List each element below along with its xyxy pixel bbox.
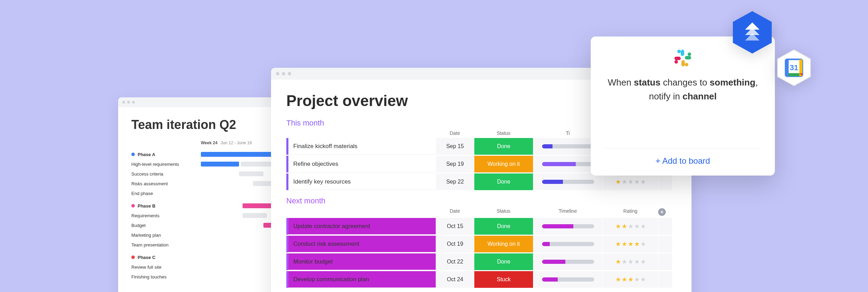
status-cell[interactable]: Done	[474, 138, 533, 155]
timeline-cell[interactable]	[533, 253, 603, 270]
task-name-cell[interactable]: Conduct risk assessment	[286, 236, 436, 252]
window-control-min[interactable]	[282, 72, 285, 75]
task-name-cell[interactable]: Identify key resources	[286, 173, 436, 190]
progress-bar[interactable]	[542, 224, 594, 228]
gantt-bar[interactable]	[253, 181, 274, 186]
star-icon[interactable]: ★	[622, 258, 627, 266]
col-header-timeline[interactable]: Timeline	[533, 208, 603, 216]
col-header-date[interactable]: Date	[436, 130, 474, 136]
star-icon[interactable]: ★	[640, 222, 646, 230]
col-header-status[interactable]: Status	[474, 208, 533, 216]
star-icon[interactable]: ★	[634, 276, 640, 283]
gantt-task-label[interactable]: Requirements	[131, 213, 201, 218]
window-control-close[interactable]	[122, 101, 125, 104]
gantt-task-label[interactable]: Success criteria	[131, 171, 201, 177]
rating-cell[interactable]: ★★★★★	[603, 173, 658, 190]
star-icon[interactable]: ★	[615, 222, 621, 230]
progress-bar[interactable]	[542, 144, 594, 148]
star-icon[interactable]: ★	[622, 276, 627, 283]
status-cell[interactable]: Working on it	[474, 156, 533, 172]
star-icon[interactable]: ★	[615, 240, 621, 248]
progress-bar[interactable]	[542, 162, 594, 166]
automation-target[interactable]: channel	[682, 91, 716, 102]
google-calendar-integration-badge[interactable]: 31	[775, 49, 813, 87]
table-row[interactable]: Monitor budgetOct 22Done★★★★★	[286, 253, 676, 270]
date-cell[interactable]: Oct 19	[436, 236, 474, 252]
phase-a-header[interactable]: Phase A	[131, 152, 201, 157]
progress-bar[interactable]	[542, 180, 594, 184]
status-cell[interactable]: Done	[474, 218, 533, 235]
star-icon[interactable]: ★	[628, 178, 633, 186]
star-icon[interactable]: ★	[634, 178, 640, 186]
automation-condition[interactable]: something	[710, 77, 755, 88]
status-cell[interactable]: Done	[474, 253, 533, 270]
star-icon[interactable]: ★	[640, 240, 646, 248]
gantt-task-label[interactable]: Finishing touches	[131, 274, 201, 279]
automation-trigger[interactable]: status	[634, 77, 661, 88]
window-control-min[interactable]	[127, 101, 130, 104]
task-name-cell[interactable]: Develop communication plan	[286, 271, 436, 288]
date-cell[interactable]: Oct 22	[436, 253, 474, 270]
phase-b-header[interactable]: Phase B	[131, 203, 201, 209]
star-icon[interactable]: ★	[628, 222, 633, 230]
date-cell[interactable]: Sep 22	[436, 173, 474, 190]
star-icon[interactable]: ★	[634, 258, 640, 266]
add-column-button[interactable]: +	[658, 208, 672, 216]
rating-cell[interactable]: ★★★★★	[603, 218, 658, 235]
progress-bar[interactable]	[542, 260, 594, 264]
star-icon[interactable]: ★	[640, 178, 646, 186]
star-icon[interactable]: ★	[628, 258, 633, 266]
window-control-max[interactable]	[288, 72, 291, 75]
rating-cell[interactable]: ★★★★★	[603, 236, 658, 252]
gantt-task-label[interactable]: Risks assessment	[131, 181, 201, 186]
task-name-cell[interactable]: Update contractor agreement	[286, 218, 436, 235]
gantt-task-label[interactable]: End phase	[131, 191, 201, 196]
gantt-bar[interactable]	[243, 213, 267, 218]
table-row[interactable]: Identify key resourcesSep 22Done★★★★★	[286, 173, 676, 190]
window-control-max[interactable]	[132, 101, 135, 104]
timeline-cell[interactable]	[533, 218, 603, 235]
star-icon[interactable]: ★	[634, 240, 640, 248]
star-icon[interactable]: ★	[634, 222, 640, 230]
star-icon[interactable]: ★	[622, 222, 627, 230]
phase-c-header[interactable]: Phase C	[131, 255, 201, 260]
timeline-cell[interactable]	[533, 236, 603, 252]
table-row[interactable]: Update contractor agreementOct 15Done★★★…	[286, 218, 676, 235]
task-name-cell[interactable]: Refine objectives	[286, 156, 436, 172]
date-cell[interactable]: Sep 15	[436, 138, 474, 155]
gantt-task-label[interactable]: Team presentation	[131, 242, 201, 248]
rating-cell[interactable]: ★★★★★	[603, 253, 658, 270]
col-header-date[interactable]: Date	[436, 208, 474, 216]
gantt-bar[interactable]	[239, 171, 263, 176]
date-cell[interactable]: Oct 24	[436, 271, 474, 288]
gantt-task-label[interactable]: Review full site	[131, 265, 201, 270]
status-cell[interactable]: Stuck	[474, 271, 533, 288]
star-icon[interactable]: ★	[628, 276, 633, 283]
gantt-task-label[interactable]: Budget	[131, 223, 201, 228]
star-icon[interactable]: ★	[640, 258, 646, 266]
plus-icon[interactable]: +	[658, 208, 666, 216]
task-name-cell[interactable]: Monitor budget	[286, 253, 436, 270]
jira-integration-badge[interactable]	[730, 10, 775, 55]
add-to-board-button[interactable]: + Add to board	[605, 148, 761, 166]
star-icon[interactable]: ★	[615, 258, 621, 266]
date-cell[interactable]: Oct 15	[436, 218, 474, 235]
status-cell[interactable]: Working on it	[474, 236, 533, 252]
gantt-bar[interactable]	[201, 152, 277, 157]
star-icon[interactable]: ★	[615, 178, 621, 186]
group-title[interactable]: Next month	[286, 196, 676, 205]
col-header-rating[interactable]: Rating	[603, 208, 658, 216]
gantt-bar[interactable]	[201, 162, 239, 167]
star-icon[interactable]: ★	[622, 240, 627, 248]
table-row[interactable]: Conduct risk assessmentOct 19Working on …	[286, 236, 676, 252]
col-header-status[interactable]: Status	[474, 130, 533, 136]
progress-bar[interactable]	[542, 242, 594, 246]
table-row[interactable]: Develop communication planOct 24Stuck★★★…	[286, 271, 676, 288]
star-icon[interactable]: ★	[640, 276, 646, 283]
status-cell[interactable]: Done	[474, 173, 533, 190]
date-cell[interactable]: Sep 19	[436, 156, 474, 172]
star-icon[interactable]: ★	[628, 240, 633, 248]
progress-bar[interactable]	[542, 277, 594, 282]
timeline-cell[interactable]	[533, 173, 603, 190]
window-control-close[interactable]	[276, 72, 279, 75]
